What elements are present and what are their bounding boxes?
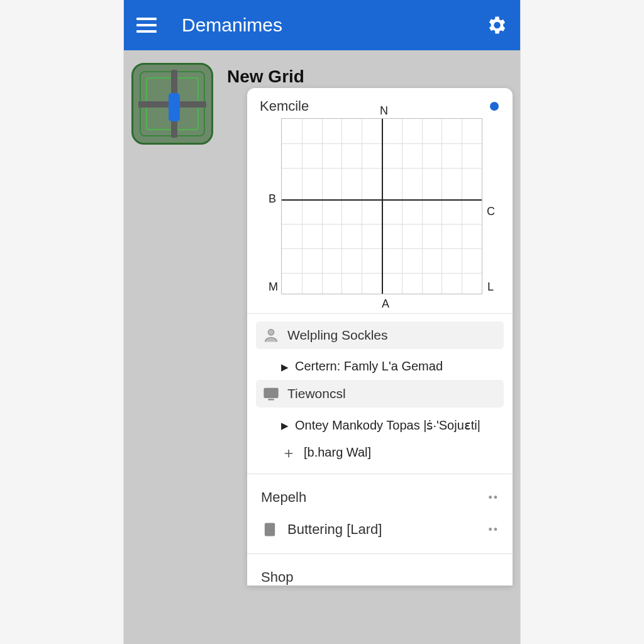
divider — [247, 474, 513, 474]
arrow-right-icon: ▶ — [281, 420, 289, 431]
hamburger-menu-icon[interactable] — [136, 18, 157, 33]
detail-panel: Kemcile N B C M A L W — [247, 88, 513, 586]
more-icon[interactable]: •• — [488, 491, 499, 504]
app-screen: Demanimes New Grid Kemcile N B C M A L — [124, 0, 520, 644]
section-header-label: Welpling Sockles — [287, 328, 388, 343]
app-title: Demanimes — [182, 14, 485, 36]
divider — [247, 553, 513, 554]
svg-point-0 — [268, 330, 274, 335]
row-mepelh[interactable]: Mepelh •• — [256, 482, 504, 513]
svg-rect-1 — [265, 389, 278, 397]
list-item-add[interactable]: ＋ [b.harg Wal] — [256, 439, 504, 466]
list-item-ontey[interactable]: ▶ Ontey Mankody Topas |ṡ·'Sojuɛti| — [256, 411, 504, 439]
list-item-label: Certern: Famly L'a Gemad — [295, 359, 443, 374]
list-item-certern[interactable]: ▶ Certern: Famly L'a Gemad — [256, 353, 504, 380]
screen-icon — [262, 385, 280, 402]
axis-label-c: C — [487, 205, 495, 218]
grid-preview[interactable]: N B C M A L — [270, 118, 490, 294]
axis-label-b: B — [269, 192, 276, 206]
axis-label-l: L — [487, 280, 494, 294]
grid-thumbnail[interactable] — [131, 63, 213, 145]
person-icon — [262, 326, 280, 344]
row-label: Shop — [261, 569, 293, 586]
clipboard-icon — [261, 521, 279, 538]
section-header-label: Tiewoncsl — [287, 386, 346, 401]
axis-label-m: M — [269, 280, 278, 294]
section-header-tiewoncsl[interactable]: Tiewoncsl — [256, 380, 504, 408]
row-label: Mepelh — [261, 489, 306, 506]
list-item-label: Ontey Mankody Topas |ṡ·'Sojuɛti| — [295, 418, 480, 433]
row-buttering[interactable]: Buttering [Lard] •• — [256, 513, 504, 546]
axis-label-a: A — [382, 297, 389, 311]
status-dot-icon — [490, 102, 499, 111]
row-shop[interactable]: Shop — [256, 562, 504, 586]
coordinate-grid — [281, 118, 482, 294]
app-header: Demanimes — [124, 0, 520, 50]
divider — [247, 313, 513, 314]
row-label: Buttering [Lard] — [287, 521, 382, 538]
axis-label-n: N — [380, 104, 388, 118]
more-icon[interactable]: •• — [488, 523, 499, 536]
arrow-right-icon: ▶ — [281, 362, 289, 373]
section-header-welpling[interactable]: Welpling Sockles — [256, 321, 504, 349]
gear-icon[interactable] — [485, 14, 508, 36]
plus-icon: ＋ — [281, 447, 296, 459]
list-item-label: [b.harg Wal] — [304, 445, 371, 460]
